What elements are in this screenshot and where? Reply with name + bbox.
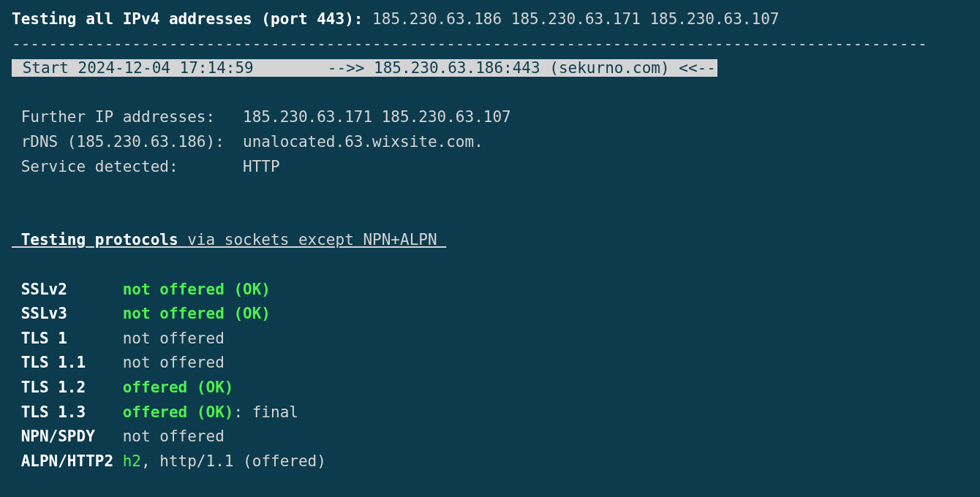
protocol-status: not offered (OK)	[123, 281, 271, 298]
further-ip-row: Further IP addresses: 185.230.63.171 185…	[12, 105, 968, 130]
protocol-name: SSLv2	[12, 281, 123, 298]
protocol-tls12: TLS 1.2 offered (OK)	[12, 376, 968, 401]
rdns-row: rDNS (185.230.63.186): unalocated.63.wix…	[12, 130, 968, 155]
protocol-status: not offered	[123, 354, 225, 371]
service-row: Service detected: HTTP	[12, 155, 968, 180]
protocol-sslv2: SSLv2 not offered (OK)	[12, 278, 968, 303]
protocol-name: TLS 1.1	[12, 354, 123, 371]
section-title-bold: Testing protocols	[12, 231, 187, 248]
protocol-name: TLS 1.3	[12, 403, 123, 421]
protocol-status: offered (OK)	[123, 379, 234, 396]
protocol-tls13: TLS 1.3 offered (OK): final	[12, 401, 968, 425]
protocol-name: ALPN/HTTP2	[12, 452, 123, 470]
protocol-status: not offered	[123, 428, 225, 445]
section-title-rest: via sockets except NPN+ALPN	[187, 231, 446, 248]
protocol-tls1: TLS 1 not offered	[12, 327, 968, 352]
ip-address-1: 185.230.63.186	[372, 10, 502, 28]
divider-line-1: ----------------------------------------…	[12, 32, 968, 57]
protocol-name: NPN/SPDY	[12, 428, 123, 445]
protocol-sslv3: SSLv3 not offered (OK)	[12, 302, 968, 327]
start-info: Start 2024-12-04 17:14:59 -->> 185.230.6…	[12, 59, 717, 77]
protocol-npn: NPN/SPDY not offered	[12, 425, 968, 449]
testing-header: Testing all IPv4 addresses (port 443): 1…	[12, 7, 968, 32]
ip-address-2: 185.230.63.171	[511, 10, 641, 28]
testing-label: Testing all IPv4 addresses (port 443):	[12, 10, 363, 28]
protocol-rest: , http/1.1 (offered)	[141, 452, 326, 470]
protocol-name: TLS 1.2	[12, 379, 123, 396]
rdns-label: rDNS (185.230.63.186):	[12, 133, 243, 151]
further-ip-value: 185.230.63.171 185.230.63.107	[243, 108, 511, 126]
protocol-tls11: TLS 1.1 not offered	[12, 351, 968, 376]
section-header: Testing protocols via sockets except NPN…	[12, 228, 968, 253]
start-line: Start 2024-12-04 17:14:59 -->> 185.230.6…	[12, 56, 968, 81]
ip-address-3: 185.230.63.107	[649, 10, 779, 28]
protocol-alpn: ALPN/HTTP2 h2, http/1.1 (offered)	[12, 449, 968, 474]
protocol-h2: h2	[123, 452, 141, 470]
protocol-name: SSLv3	[12, 305, 123, 322]
protocol-status: offered (OK)	[123, 403, 234, 421]
protocol-status: not offered	[123, 330, 225, 347]
service-value: HTTP	[243, 158, 280, 175]
rdns-value: unalocated.63.wixsite.com.	[243, 133, 483, 151]
further-ip-label: Further IP addresses:	[12, 108, 243, 126]
protocol-suffix: : final	[233, 403, 298, 421]
protocol-status: not offered (OK)	[123, 305, 271, 322]
service-label: Service detected:	[12, 158, 243, 175]
protocol-name: TLS 1	[12, 330, 123, 347]
